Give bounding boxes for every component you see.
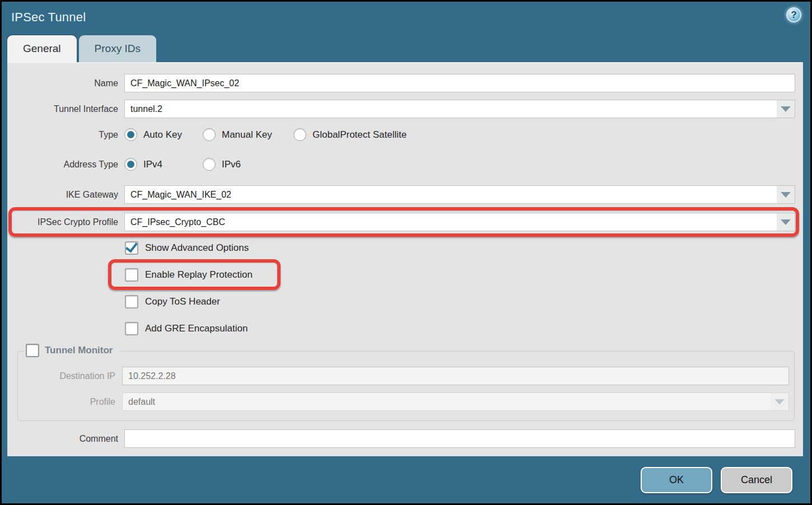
destination-ip-row: Destination IP: [18, 367, 789, 385]
radio-button-icon[interactable]: [124, 128, 137, 141]
radio-button-icon[interactable]: [203, 158, 216, 171]
radio-ipv6-label: IPv6: [222, 159, 241, 170]
add-gre-encapsulation-label: Add GRE Encapsulation: [145, 323, 248, 334]
enable-replay-protection-label: Enable Replay Protection: [145, 269, 253, 280]
radio-manual-key-label: Manual Key: [222, 129, 272, 141]
radio-button-icon[interactable]: [203, 128, 216, 141]
dialog-footer: OK Cancel: [2, 456, 810, 503]
checkbox-icon[interactable]: [125, 295, 138, 308]
ipsec-tunnel-dialog: IPSec Tunnel ? General Proxy IDs Name Tu…: [0, 0, 812, 505]
tunnel-interface-label: Tunnel Interface: [8, 104, 118, 114]
checkbox-icon[interactable]: [26, 344, 39, 357]
name-label: Name: [8, 78, 118, 88]
show-advanced-options-row[interactable]: Show Advanced Options: [125, 240, 795, 255]
show-advanced-options-label: Show Advanced Options: [145, 242, 249, 254]
ipsec-crypto-profile-dropdown-button[interactable]: [777, 213, 795, 231]
add-gre-encapsulation-row[interactable]: Add GRE Encapsulation: [125, 321, 795, 336]
chevron-down-icon: [781, 219, 791, 225]
general-tab-panel: Name Tunnel Interface Type Auto: [7, 62, 803, 456]
profile-value: [123, 393, 771, 410]
radio-manual-key[interactable]: Manual Key: [203, 128, 293, 141]
profile-dropdown-button: [771, 393, 788, 410]
type-label: Type: [8, 130, 118, 140]
ipsec-crypto-profile-row: IPSec Crypto Profile: [8, 213, 795, 231]
help-icon[interactable]: ?: [786, 7, 801, 22]
copy-tos-header-row[interactable]: Copy ToS Header: [125, 294, 795, 309]
name-row: Name: [8, 74, 795, 92]
tunnel-interface-row: Tunnel Interface: [8, 100, 795, 118]
ok-button[interactable]: OK: [641, 467, 712, 493]
ipsec-crypto-profile-value[interactable]: [125, 213, 777, 231]
cancel-button[interactable]: Cancel: [721, 467, 792, 493]
enable-replay-protection-row[interactable]: Enable Replay Protection: [125, 267, 795, 282]
tab-proxy-ids[interactable]: Proxy IDs: [79, 35, 156, 62]
comment-row: Comment: [8, 429, 795, 448]
tunnel-interface-value[interactable]: [125, 100, 777, 118]
radio-auto-key[interactable]: Auto Key: [124, 128, 203, 141]
address-type-row: Address Type IPv4 IPv6: [8, 157, 795, 172]
tab-general[interactable]: General: [7, 35, 77, 62]
tunnel-monitor-label: Tunnel Monitor: [45, 345, 113, 356]
ike-gateway-dropdown-button[interactable]: [777, 186, 795, 203]
address-type-label: Address Type: [8, 160, 118, 170]
radio-globalprotect-satellite[interactable]: GlobalProtect Satellite: [293, 128, 417, 141]
ike-gateway-value[interactable]: [125, 186, 777, 203]
checkbox-icon[interactable]: [125, 241, 138, 255]
ike-gateway-label: IKE Gateway: [8, 190, 118, 200]
profile-row: Profile: [18, 392, 789, 411]
radio-auto-key-label: Auto Key: [143, 129, 182, 141]
radio-button-icon[interactable]: [124, 158, 137, 171]
checkbox-icon[interactable]: [125, 268, 138, 282]
radio-ipv4[interactable]: IPv4: [124, 158, 203, 171]
checkbox-icon[interactable]: [125, 322, 138, 335]
ipsec-crypto-profile-select[interactable]: [124, 213, 795, 231]
radio-button-icon[interactable]: [293, 128, 306, 141]
profile-select: [122, 392, 789, 411]
ipsec-crypto-profile-label: IPSec Crypto Profile: [8, 217, 118, 227]
tab-strip: General Proxy IDs: [2, 35, 810, 62]
copy-tos-header-label: Copy ToS Header: [145, 296, 220, 307]
profile-label: Profile: [18, 397, 115, 407]
radio-globalprotect-satellite-label: GlobalProtect Satellite: [312, 129, 407, 141]
name-input[interactable]: [124, 74, 795, 92]
chevron-down-icon: [781, 192, 791, 198]
tunnel-monitor-legend[interactable]: Tunnel Monitor: [25, 344, 120, 357]
destination-ip-input: [122, 367, 789, 385]
destination-ip-label: Destination IP: [18, 371, 115, 381]
dialog-titlebar: IPSec Tunnel ?: [2, 2, 810, 35]
radio-ipv6[interactable]: IPv6: [203, 158, 251, 171]
chevron-down-icon: [781, 106, 791, 112]
ike-gateway-row: IKE Gateway: [8, 185, 795, 204]
dialog-title: IPSec Tunnel: [11, 10, 86, 25]
tunnel-interface-dropdown-button[interactable]: [777, 100, 795, 118]
comment-label: Comment: [8, 434, 118, 444]
comment-input[interactable]: [124, 429, 795, 448]
tunnel-monitor-group: Tunnel Monitor Destination IP Profile: [17, 351, 795, 421]
chevron-down-icon: [774, 399, 785, 405]
ike-gateway-select[interactable]: [124, 185, 795, 204]
type-row: Type Auto Key Manual Key GlobalProtect S…: [8, 127, 795, 142]
radio-ipv4-label: IPv4: [143, 159, 162, 170]
tunnel-interface-select[interactable]: [124, 100, 795, 118]
